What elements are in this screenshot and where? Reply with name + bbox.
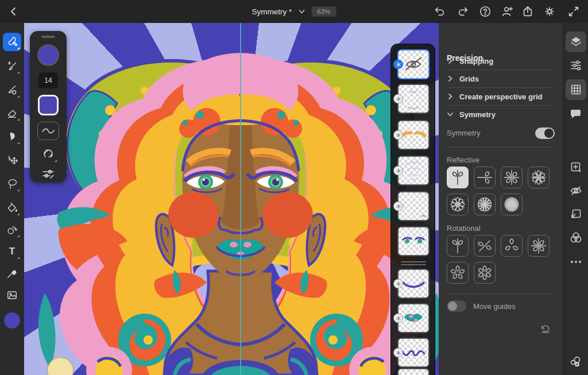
smudge-tool[interactable]: [3, 127, 21, 146]
reflective-option-four-axis[interactable]: [501, 167, 523, 188]
symmetry-toggle[interactable]: [535, 127, 555, 139]
layer-badge[interactable]: [393, 348, 403, 358]
layer-thumbnail-5[interactable]: [397, 191, 430, 221]
layer-badge[interactable]: [393, 130, 403, 140]
layer-badge[interactable]: [393, 60, 403, 69]
live-brush-loop-icon[interactable]: [41, 146, 56, 161]
place-image-tool[interactable]: [3, 286, 21, 304]
rotational-option-five-fold[interactable]: [447, 262, 469, 284]
layer-badge[interactable]: [393, 202, 403, 211]
timelapse-icon[interactable]: [566, 351, 586, 372]
vector-brush-tool[interactable]: [3, 81, 21, 99]
smoothing-button[interactable]: [37, 122, 59, 140]
move-tool[interactable]: [3, 150, 21, 169]
shapes-tool[interactable]: [3, 221, 21, 239]
rotational-options-row1: [447, 235, 550, 257]
color-swatch[interactable]: [38, 95, 59, 115]
color-wheel-icon[interactable]: [566, 227, 586, 248]
invite-user-button[interactable]: [499, 3, 515, 20]
brush-color-preview[interactable]: [37, 44, 59, 66]
artwork: [24, 23, 439, 375]
eyedropper-tool[interactable]: [3, 264, 21, 283]
hide-layer-icon[interactable]: [566, 180, 586, 201]
chevron-right-icon: [447, 75, 454, 82]
brush-options-bar: 14: [30, 31, 67, 183]
right-rail: [563, 23, 588, 375]
rotational-label: Rotational: [447, 224, 481, 233]
fullscreen-button[interactable]: [566, 3, 582, 20]
reset-guides-icon[interactable]: [540, 324, 551, 334]
text-tool[interactable]: T: [3, 242, 21, 261]
layers-icon[interactable]: [566, 32, 586, 52]
share-button[interactable]: [520, 3, 536, 20]
live-brush-tool[interactable]: [3, 57, 21, 75]
help-button[interactable]: [477, 3, 493, 20]
comment-icon[interactable]: [566, 103, 586, 124]
layer-thumbnail-8[interactable]: [397, 303, 430, 333]
more-options-icon[interactable]: [566, 252, 586, 272]
drawing-canvas[interactable]: 14: [24, 23, 439, 375]
move-guides-label: Move guides: [473, 302, 516, 311]
layer-thumbnail-2[interactable]: [397, 84, 430, 114]
precision-panel: Precision Snapping Grids Create perspect…: [439, 23, 563, 375]
add-layer-icon[interactable]: [566, 157, 586, 177]
back-button[interactable]: [6, 3, 22, 20]
zoom-level-badge[interactable]: 63%: [311, 6, 336, 17]
reflective-option-eight-axis[interactable]: [447, 194, 469, 215]
layer-group-divider[interactable]: [401, 261, 426, 267]
layer-thumbnail-9[interactable]: [397, 338, 430, 368]
eraser-tool[interactable]: [3, 104, 21, 122]
layer-thumbnail-4[interactable]: [397, 156, 430, 185]
section-snapping[interactable]: Snapping: [447, 52, 555, 69]
top-bar: Symmetry * 63%: [0, 0, 588, 23]
symmetry-toggle-label: Symmetry: [447, 129, 481, 137]
drag-handle[interactable]: [41, 36, 55, 38]
layer-badge[interactable]: [393, 166, 403, 176]
rotational-option-two-fold[interactable]: [447, 235, 469, 257]
section-grids[interactable]: Grids: [447, 70, 555, 87]
rotational-option-four-fold[interactable]: [528, 235, 550, 257]
section-symmetry[interactable]: Symmetry: [447, 106, 555, 123]
layer-badge[interactable]: [393, 314, 403, 323]
layer-actions-icon[interactable]: [566, 204, 586, 225]
layer-thumbnail-1[interactable]: [397, 49, 430, 79]
section-create-perspective-grid[interactable]: Create perspective grid: [447, 88, 555, 105]
layer-thumbnail-10[interactable]: [397, 368, 430, 375]
chevron-right-icon: [447, 57, 454, 64]
layer-thumbnail-7[interactable]: [397, 269, 430, 299]
reflective-option-twelve-axis[interactable]: [474, 194, 496, 215]
reflective-option-vertical[interactable]: [447, 167, 469, 188]
brush-settings-icon[interactable]: [41, 168, 55, 180]
chevron-right-icon: [447, 93, 454, 100]
adjustments-icon[interactable]: [566, 55, 586, 76]
reflective-options-row1: [447, 167, 550, 188]
layer-badge[interactable]: [393, 94, 403, 104]
layer-badge[interactable]: [393, 279, 403, 289]
reflective-option-sixteen-axis[interactable]: [501, 194, 523, 215]
active-color-swatch[interactable]: [3, 311, 21, 330]
reflective-option-six-axis[interactable]: [528, 167, 550, 188]
pixel-brush-tool[interactable]: [3, 33, 21, 51]
layer-thumbnail-3[interactable]: [397, 120, 430, 150]
redo-button[interactable]: [455, 3, 471, 20]
rotational-options-row2: [447, 262, 496, 284]
precision-grid-icon[interactable]: [566, 79, 586, 100]
rotational-option-three-fold[interactable]: [501, 235, 523, 257]
reflective-option-horizontal[interactable]: [474, 167, 496, 188]
document-title[interactable]: Symmetry *: [252, 7, 292, 16]
reflective-options-row2: [447, 194, 523, 215]
reflective-label: Reflective: [447, 156, 479, 164]
tool-rail: T: [0, 23, 24, 375]
lasso-tool[interactable]: [3, 175, 21, 193]
rotational-option-two-fold-diagonal[interactable]: [474, 235, 496, 257]
title-chevron-down-icon[interactable]: [297, 7, 305, 16]
layer-thumbnail-6[interactable]: [397, 226, 430, 256]
fill-tool[interactable]: [3, 199, 21, 217]
undo-button[interactable]: [431, 3, 447, 20]
settings-gear-icon[interactable]: [541, 3, 558, 20]
move-guides-toggle[interactable]: [447, 300, 466, 312]
symmetry-guide-line[interactable]: [240, 23, 241, 375]
layer-strip: [390, 44, 435, 375]
rotational-option-six-fold[interactable]: [474, 262, 496, 284]
brush-size-value[interactable]: 14: [38, 72, 58, 88]
